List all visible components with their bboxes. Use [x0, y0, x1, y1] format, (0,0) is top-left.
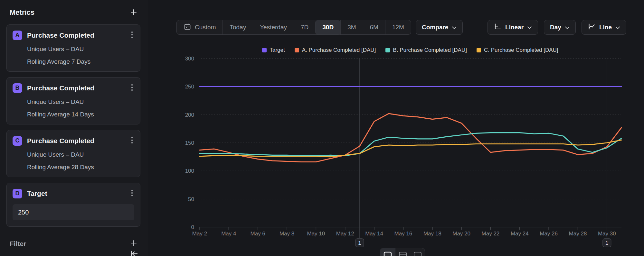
- y-axis-label-0: 0: [191, 224, 194, 230]
- legend-item[interactable]: C. Purchase Completed [DAU]: [477, 47, 558, 53]
- x-axis-label: May 26: [540, 231, 558, 237]
- metric-card-b[interactable]: B Purchase Completed Unique Users – DAU …: [6, 77, 140, 124]
- metrics-header: Metrics: [10, 8, 137, 17]
- range-3m-button[interactable]: 3M: [340, 20, 363, 34]
- chart-toolbar: Custom Today Yesterday 7D 30D 3M 6M 12M …: [176, 20, 626, 35]
- x-axis-label: May 28: [569, 231, 587, 237]
- metric-title: Purchase Completed: [27, 137, 125, 145]
- metric-card-head: B Purchase Completed: [13, 83, 134, 93]
- x-axis-label: May 14: [365, 231, 383, 237]
- x-axis-label: May 20: [452, 231, 470, 237]
- line-chart-icon: [588, 23, 596, 32]
- y-axis-label-50: 50: [188, 196, 194, 202]
- chevron-down-icon: [452, 24, 457, 31]
- metric-card-a[interactable]: A Purchase Completed Unique Users – DAU …: [6, 24, 140, 72]
- kebab-icon: [131, 31, 133, 40]
- metric-menu-button[interactable]: [130, 83, 134, 93]
- target-card[interactable]: D Target: [6, 183, 140, 227]
- metric-transform: Rolling Average 14 Days: [27, 111, 134, 118]
- chart-view-toggle: [380, 248, 425, 256]
- x-axis-label: May 2: [192, 231, 207, 237]
- scale-select-button[interactable]: Linear: [488, 20, 538, 35]
- x-axis-label: May 6: [251, 231, 265, 237]
- metric-card-c[interactable]: C Purchase Completed Unique Users – DAU …: [6, 130, 140, 177]
- x-axis-label: May 8: [279, 231, 294, 237]
- chart-type-select-button[interactable]: Line: [582, 20, 626, 35]
- x-axis-label: May 10: [307, 231, 325, 237]
- range-6m-button[interactable]: 6M: [363, 20, 385, 34]
- card-icon: [413, 251, 422, 256]
- x-axis-label: May 22: [482, 231, 500, 237]
- date-range-group: Custom Today Yesterday 7D 30D 3M 6M 12M: [176, 20, 411, 35]
- target-card-head: D Target: [13, 188, 134, 198]
- compare-button[interactable]: Compare: [416, 20, 463, 35]
- metric-measure: Unique Users – DAU: [27, 46, 134, 53]
- x-axis-label: May 4: [221, 231, 236, 237]
- calendar-icon: [184, 23, 191, 32]
- kebab-icon: [131, 136, 133, 145]
- metric-card-head: C Purchase Completed: [13, 136, 134, 146]
- metric-badge-c: C: [13, 136, 22, 146]
- metrics-dashboard: 050100150200250300May 2May 4May 6May 8Ma…: [0, 0, 644, 256]
- range-yesterday-button[interactable]: Yesterday: [253, 20, 294, 34]
- legend-label: A. Purchase Completed [DAU]: [302, 47, 376, 53]
- chart-legend: TargetA. Purchase Completed [DAU]B. Purc…: [199, 47, 621, 53]
- legend-swatch-icon: [477, 48, 481, 52]
- y-axis-label-150: 150: [185, 140, 194, 146]
- chart-settings-cluster: Linear Day Line: [488, 20, 626, 35]
- interval-select-button[interactable]: Day: [544, 20, 576, 35]
- kebab-icon: [131, 189, 133, 198]
- annotation-badge-label: 1: [605, 240, 608, 246]
- range-today-button[interactable]: Today: [223, 20, 253, 34]
- notes-view-button[interactable]: [410, 248, 425, 256]
- range-label: Yesterday: [260, 24, 287, 31]
- metric-menu-button[interactable]: [130, 136, 134, 146]
- range-30d-button[interactable]: 30D: [315, 20, 340, 34]
- chevron-down-icon: [565, 24, 570, 31]
- metric-card-head: A Purchase Completed: [13, 30, 134, 40]
- collapse-sidebar-button[interactable]: [128, 250, 140, 256]
- metric-measure: Unique Users – DAU: [27, 151, 134, 158]
- chart-card-icon: [383, 251, 392, 256]
- range-label: 3M: [347, 24, 356, 31]
- chart-view-button[interactable]: [380, 248, 395, 256]
- table-view-button[interactable]: [395, 248, 410, 256]
- metrics-sidebar: Metrics A Purchase Completed Unique User…: [0, 0, 148, 256]
- range-label: 12M: [392, 24, 404, 31]
- filter-title: Filter: [10, 240, 26, 248]
- metric-badge-a: A: [13, 31, 22, 40]
- legend-item[interactable]: Target: [262, 47, 285, 53]
- legend-label: B. Purchase Completed [DAU]: [393, 47, 467, 53]
- range-12m-button[interactable]: 12M: [385, 20, 411, 34]
- range-label: Custom: [195, 24, 216, 31]
- target-title: Target: [27, 190, 125, 197]
- legend-label: Target: [270, 47, 285, 53]
- chevron-down-icon: [527, 24, 532, 31]
- x-axis-label: May 18: [423, 231, 441, 237]
- legend-swatch-icon: [262, 48, 267, 52]
- metric-measure: Unique Users – DAU: [27, 98, 134, 105]
- metric-title: Purchase Completed: [27, 84, 125, 92]
- metric-transform: Rolling Average 28 Days: [27, 164, 134, 171]
- y-axis-label-250: 250: [185, 84, 194, 90]
- legend-item[interactable]: B. Purchase Completed [DAU]: [385, 47, 467, 53]
- legend-item[interactable]: A. Purchase Completed [DAU]: [295, 47, 376, 53]
- y-axis-label-200: 200: [185, 112, 194, 118]
- y-axis-label-300: 300: [185, 56, 194, 62]
- target-menu-button[interactable]: [130, 188, 134, 198]
- y-axis-label-100: 100: [185, 168, 194, 174]
- range-label: 7D: [301, 24, 308, 31]
- metric-menu-button[interactable]: [130, 30, 134, 40]
- add-metric-button[interactable]: [130, 9, 137, 17]
- range-custom-button[interactable]: Custom: [177, 20, 223, 34]
- collapse-left-icon: [130, 250, 138, 256]
- metric-title: Purchase Completed: [27, 32, 125, 39]
- scale-label: Linear: [505, 24, 524, 31]
- metric-badge-b: B: [13, 83, 22, 93]
- sidebar-divider: [0, 247, 148, 247]
- legend-label: C. Purchase Completed [DAU]: [484, 47, 558, 53]
- linear-axis-icon: [494, 23, 502, 32]
- chart-type-label: Line: [599, 24, 612, 31]
- target-value-input[interactable]: [13, 204, 134, 220]
- range-7d-button[interactable]: 7D: [294, 20, 315, 34]
